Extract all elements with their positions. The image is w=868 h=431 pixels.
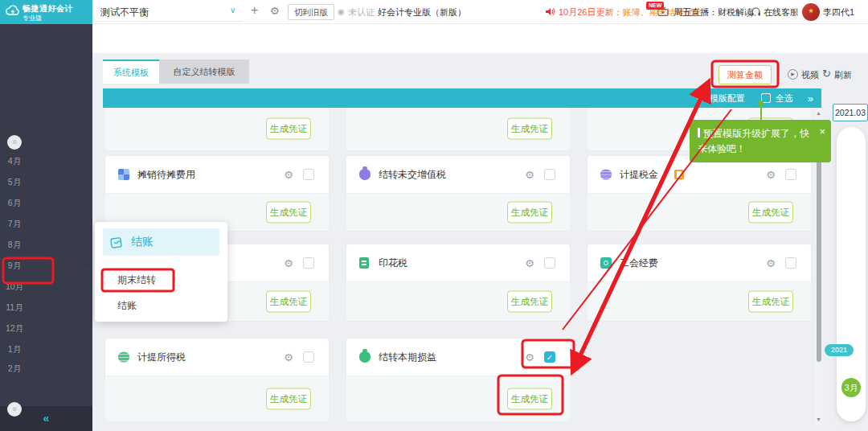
close-icon[interactable]: × — [819, 124, 825, 140]
tv-live-icon — [657, 6, 669, 17]
card-gear-icon[interactable]: ⚙ — [525, 169, 534, 181]
card-gear-icon[interactable]: ⚙ — [284, 257, 293, 269]
card-checkbox[interactable] — [544, 169, 555, 180]
month-item[interactable]: 9月 — [0, 261, 29, 272]
year-badge: 2021 — [825, 344, 854, 356]
generate-voucher-button[interactable]: 生成凭证 — [748, 291, 793, 313]
month-item[interactable]: 7月 — [0, 219, 29, 230]
company-selector[interactable]: 测试不平衡 — [100, 6, 149, 18]
live-broadcast-link[interactable]: 周五直播：财税解读、 — [674, 6, 762, 18]
scrollbar-down-arrow[interactable]: ▼ — [815, 417, 822, 422]
month-item[interactable]: 12月 — [0, 323, 29, 335]
generate-voucher-button[interactable]: 生成凭证 — [507, 388, 552, 410]
coins-icon — [600, 170, 612, 180]
avatar[interactable]: ★ — [802, 3, 820, 21]
cert-badge-icon: ◉ — [338, 7, 345, 16]
video-link[interactable]: 视频 — [801, 69, 819, 81]
generate-voucher-button[interactable]: 生成凭证 — [507, 202, 552, 224]
video-play-icon[interactable]: ▶ — [788, 69, 798, 80]
app-logo: 畅捷通好会计 专业版 — [0, 0, 92, 24]
card-checkbox[interactable] — [544, 257, 555, 269]
refresh-link[interactable]: 刷新 — [834, 69, 852, 81]
closing-flyout-menu: 结账 期末结转 结账 — [95, 222, 227, 322]
grid-icon — [118, 169, 129, 180]
divider — [744, 6, 745, 18]
card-checkbox[interactable] — [785, 169, 796, 180]
month-item[interactable]: 10月 — [0, 281, 29, 293]
cloud-logo-icon — [6, 5, 20, 18]
chevron-up-icon[interactable]: « — [7, 135, 22, 150]
card-checkbox-checked[interactable]: ✓ — [544, 351, 555, 363]
card-checkbox[interactable] — [303, 257, 314, 269]
closing-icon — [109, 235, 125, 250]
flyout-caret-icon: ◀ — [84, 265, 90, 273]
generate-voucher-button[interactable]: 生成凭证 — [507, 291, 552, 313]
month-item[interactable]: 2月 — [0, 363, 29, 375]
card-gear-icon[interactable]: ⚙ — [766, 169, 776, 181]
divider — [96, 21, 243, 22]
card-gear-icon[interactable]: ⚙ — [525, 351, 534, 363]
divider — [796, 6, 796, 18]
card-row1-col2: 生成凭证 — [346, 107, 571, 151]
chevron-down-icon[interactable]: ∨ — [230, 6, 235, 14]
card-checkbox[interactable] — [303, 169, 314, 180]
template-banner: ⚙ 模版配置 全选 » — [103, 88, 821, 108]
flyout-title: 结账 — [131, 235, 154, 249]
upgrade-tooltip: 预置模版升级扩展了，快来体验吧！ × — [690, 120, 831, 162]
template-config-button[interactable]: 模版配置 — [710, 92, 745, 105]
generate-voucher-button[interactable]: 生成凭证 — [266, 202, 311, 224]
update-date: 10月26日更新： — [559, 7, 622, 17]
menu-item-closing[interactable]: 结账 — [117, 299, 137, 313]
chevron-down-icon[interactable]: » — [7, 402, 22, 417]
document-icon — [359, 257, 369, 269]
switch-to-old-version-button[interactable]: 切到旧版 — [288, 4, 334, 20]
tooltip-text: 预置模版升级扩展了，快来体验吧！ — [698, 128, 809, 154]
coins-icon — [118, 352, 129, 363]
generate-voucher-button[interactable]: 生成凭证 — [748, 202, 793, 224]
card-stamp-tax: 印花税⚙ 生成凭证 — [346, 244, 571, 322]
month-item[interactable]: 11月 — [0, 302, 29, 314]
uncertified-label: 未认证 — [348, 6, 375, 18]
scrollbar-up-arrow[interactable]: ▲ — [815, 110, 822, 116]
select-all-label: 全选 — [776, 92, 793, 105]
month-item-selected[interactable]: 3月 — [841, 378, 861, 397]
orange-tag-icon — [674, 170, 684, 179]
online-support-link[interactable]: 在线客服 — [764, 6, 799, 18]
card-gear-icon[interactable]: ⚙ — [766, 257, 776, 269]
month-item[interactable]: 1月 — [0, 344, 29, 355]
flyout-header: 结账 — [103, 228, 219, 256]
add-account-button[interactable]: + — [251, 3, 258, 18]
logo-title: 畅捷通好会计 — [23, 3, 73, 14]
measure-amount-button[interactable]: 测算金额 — [719, 65, 772, 84]
card-amortize-prepaid-expense: 摊销待摊费用⚙ 生成凭证 — [104, 155, 330, 232]
month-item[interactable]: 5月 — [0, 177, 29, 188]
logo-subtitle: 专业版 — [23, 14, 42, 23]
gear-icon[interactable]: ⚙ — [696, 92, 705, 104]
settings-gear-icon[interactable]: ⚙ — [270, 5, 280, 17]
chevron-double-right-icon[interactable]: » — [808, 92, 813, 105]
card-gear-icon[interactable]: ⚙ — [525, 257, 534, 269]
username[interactable]: 李四代1 — [823, 6, 854, 18]
tab-strip — [92, 24, 868, 53]
generate-voucher-button[interactable]: 生成凭证 — [266, 291, 311, 313]
period-input[interactable]: 2021.03 — [833, 104, 868, 121]
card-checkbox[interactable] — [303, 351, 314, 363]
month-item[interactable]: 8月 — [0, 240, 29, 251]
generate-voucher-button[interactable]: 生成凭证 — [266, 388, 311, 410]
card-union-funds: 工会经费⚙ 生成凭证 — [587, 244, 812, 322]
generate-voucher-button[interactable]: 生成凭证 — [266, 118, 311, 140]
menu-item-period-end-carryover[interactable]: 期末结转 — [117, 273, 156, 287]
topbar: 畅捷通好会计 专业版 测试不平衡 ∨ + ⚙ 切到旧版 ◉ 未认证 好会计专业版… — [0, 0, 868, 24]
generate-voucher-button[interactable]: 生成凭证 — [507, 118, 552, 140]
card-checkbox[interactable] — [785, 257, 796, 269]
card-gear-icon[interactable]: ⚙ — [284, 351, 293, 363]
card-gear-icon[interactable]: ⚙ — [284, 169, 293, 181]
month-item[interactable]: 4月 — [0, 156, 29, 167]
subtab-system-template[interactable]: 系统模板 — [103, 60, 159, 84]
subtab-custom-template[interactable]: 自定义结转模版 — [159, 60, 249, 84]
card-accrue-income-tax: 计提所得税⚙ 生成凭证 — [104, 338, 330, 422]
refresh-icon[interactable]: ↻ — [822, 68, 831, 80]
tooltip-anchor-line — [760, 105, 762, 123]
money-bag-icon — [359, 169, 371, 180]
month-item[interactable]: 6月 — [0, 198, 29, 209]
